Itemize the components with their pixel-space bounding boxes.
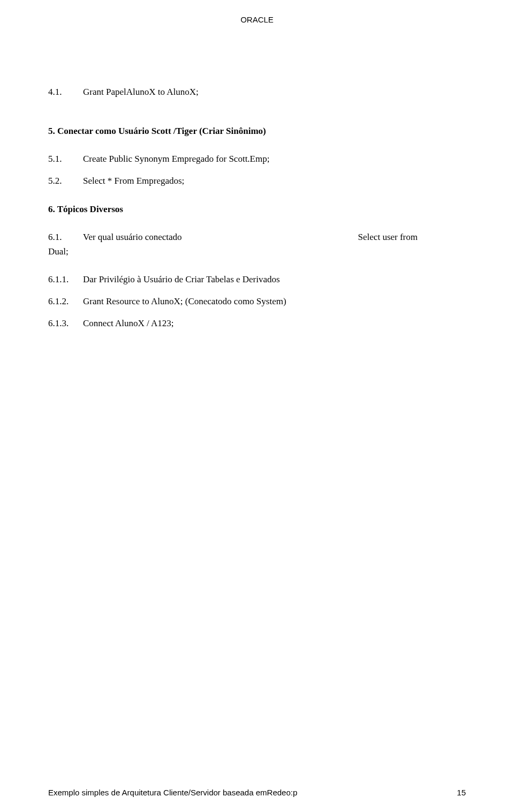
item-number: 4.1. (48, 86, 83, 99)
item-6-1-1: 6.1.1. Dar Privilégio à Usuário de Criar… (48, 273, 466, 287)
item-text: Dar Privilégio à Usuário de Criar Tabela… (83, 273, 466, 287)
section-title: 5. Conectar como Usuário Scott /Tiger (C… (48, 126, 266, 136)
item-5-1: 5.1. Create Public Synonym Empregado for… (48, 153, 466, 166)
item-text-right: Select user from (358, 231, 418, 244)
section-title: 6. Tópicos Diversos (48, 204, 123, 214)
footer-text: Exemplo simples de Arquitetura Cliente/S… (48, 788, 297, 797)
item-text: Create Public Synonym Empregado for Scot… (83, 153, 466, 166)
header-title: ORACLE (240, 15, 274, 24)
item-text: Grant Resource to AlunoX; (Conecatodo co… (83, 295, 466, 309)
item-text: Connect AlunoX / A123; (83, 317, 466, 330)
section-6-heading: 6. Tópicos Diversos (48, 203, 466, 216)
item-number: 6.1.2. (48, 295, 83, 309)
item-4-1: 4.1. Grant PapelAlunoX to AlunoX; (48, 86, 466, 99)
item-text-continuation: Dual; (48, 245, 466, 259)
item-5-2: 5.2. Select * From Empregados; (48, 175, 466, 188)
page-header: ORACLE (0, 0, 514, 24)
document-body: 4.1. Grant PapelAlunoX to AlunoX; 5. Con… (0, 24, 514, 330)
item-number: 5.1. (48, 153, 83, 166)
item-text: Select * From Empregados; (83, 175, 466, 188)
item-text: Grant PapelAlunoX to AlunoX; (83, 86, 466, 99)
section-5-heading: 5. Conectar como Usuário Scott /Tiger (C… (48, 125, 466, 138)
item-number: 6.1.3. (48, 317, 83, 330)
item-number: 6.1.1. (48, 273, 83, 287)
item-6-1: 6.1. Ver qual usuário conectado Select u… (48, 231, 466, 258)
item-number: 6.1. (48, 231, 83, 244)
page-number: 15 (457, 788, 466, 797)
item-6-1-2: 6.1.2. Grant Resource to AlunoX; (Coneca… (48, 295, 466, 309)
item-number: 5.2. (48, 175, 83, 188)
item-6-1-3: 6.1.3. Connect AlunoX / A123; (48, 317, 466, 330)
page-footer: Exemplo simples de Arquitetura Cliente/S… (0, 788, 514, 797)
